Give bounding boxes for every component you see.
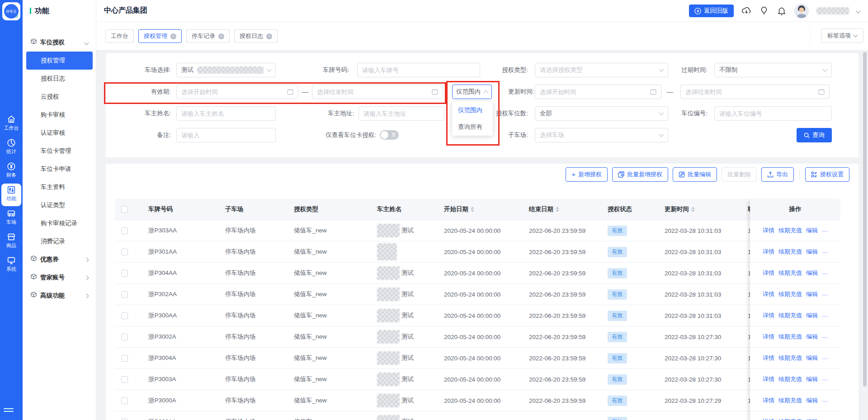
op-link-编辑[interactable]: 编辑 — [806, 290, 818, 298]
op-link-···[interactable]: ··· — [822, 376, 828, 383]
op-link-详情[interactable]: 详情 — [763, 290, 774, 298]
op-link-续期充值[interactable]: 续期充值 — [778, 269, 802, 277]
rail-item-系统[interactable]: 系统 — [0, 254, 23, 277]
op-link-续期充值[interactable]: 续期充值 — [778, 290, 802, 298]
op-link-···[interactable]: ··· — [822, 270, 828, 277]
toolbar-button-批量新增授权[interactable]: 批量新增授权 — [612, 167, 668, 182]
op-link-详情[interactable]: 详情 — [763, 396, 774, 405]
sidebar-item-车位卡管理[interactable]: 车位卡管理 — [23, 142, 96, 160]
op-link-编辑[interactable]: 编辑 — [806, 311, 818, 320]
op-link-···[interactable]: ··· — [822, 397, 828, 404]
op-link-详情[interactable]: 详情 — [763, 354, 774, 362]
user-name-masked[interactable] — [816, 7, 849, 14]
row-checkbox[interactable] — [121, 397, 128, 404]
collapse-menu-icon[interactable] — [4, 406, 14, 414]
close-icon[interactable]: × — [218, 33, 224, 39]
app-logo[interactable]: 停车王 ✓ — [2, 2, 20, 20]
row-checkbox[interactable] — [121, 270, 128, 277]
slot-no-input-wrap[interactable] — [714, 106, 832, 121]
expire-select[interactable]: 不限制 — [714, 63, 832, 77]
toolbar-button-导出[interactable]: 导出 — [761, 167, 794, 182]
sidebar-group-管家账号[interactable]: 管家账号 — [23, 269, 96, 287]
op-link-详情[interactable]: 详情 — [763, 248, 774, 256]
op-link-详情[interactable]: 详情 — [763, 269, 774, 277]
rail-item-功能[interactable]: 功能 — [1, 184, 21, 206]
op-link-续期充值[interactable]: 续期充值 — [778, 418, 802, 420]
sidebar-item-购卡审核记录[interactable]: 购卡审核记录 — [23, 214, 96, 232]
search-button[interactable]: 查询 — [797, 128, 832, 142]
validity-start-date[interactable] — [176, 85, 298, 99]
remark-input[interactable] — [181, 132, 271, 139]
sidebar-item-云授权[interactable]: 云授权 — [23, 88, 96, 106]
sidebar-item-购卡审核[interactable]: 购卡审核 — [23, 106, 96, 124]
select-all-checkbox[interactable] — [121, 206, 128, 213]
rail-item-商品[interactable]: 商品 — [0, 231, 23, 253]
sidebar-group-优惠券[interactable]: 优惠券 — [23, 250, 96, 269]
op-link-编辑[interactable]: 编辑 — [806, 227, 818, 235]
user-avatar[interactable] — [794, 4, 809, 18]
validity-start-input[interactable] — [181, 89, 284, 95]
rail-item-工作台[interactable]: 工作台 — [0, 113, 23, 136]
close-icon[interactable]: × — [266, 33, 272, 39]
update-start-date[interactable] — [535, 85, 661, 99]
op-link-续期充值[interactable]: 续期充值 — [778, 227, 802, 235]
op-link-详情[interactable]: 详情 — [763, 418, 774, 420]
row-checkbox[interactable] — [121, 291, 128, 298]
rail-item-统计[interactable]: 统计 — [0, 137, 23, 159]
scope-option-仅范围内[interactable]: 仅范围内 — [452, 102, 493, 118]
sidebar-item-认证类型[interactable]: 认证类型 — [23, 196, 96, 214]
toolbar-button-批量编辑[interactable]: 批量编辑 — [673, 167, 717, 182]
lightbulb-icon[interactable] — [759, 6, 769, 16]
op-link-详情[interactable]: 详情 — [763, 333, 774, 341]
remark-input-wrap[interactable] — [176, 128, 276, 142]
row-checkbox[interactable] — [121, 227, 128, 234]
sort-icons[interactable] — [556, 207, 559, 212]
validity-end-input[interactable] — [317, 89, 429, 95]
op-link-续期充值[interactable]: 续期充值 — [778, 354, 802, 362]
owner-addr-input[interactable] — [363, 110, 439, 117]
op-link-详情[interactable]: 详情 — [763, 311, 774, 320]
plate-input-wrap[interactable] — [357, 63, 480, 77]
row-checkbox[interactable] — [121, 334, 128, 340]
op-link-编辑[interactable]: 编辑 — [806, 375, 818, 383]
tag-options-button[interactable]: 标签选项 — [821, 28, 863, 43]
op-link-续期充值[interactable]: 续期充值 — [778, 375, 802, 383]
rail-item-财务[interactable]: 财务 — [0, 160, 23, 183]
sidebar-group-高级功能[interactable]: 高级功能 — [23, 287, 96, 305]
sidebar-item-授权日志[interactable]: 授权日志 — [23, 70, 96, 88]
sort-icons[interactable] — [691, 207, 695, 212]
owner-name-input[interactable] — [181, 110, 271, 117]
toolbar-button-新增授权[interactable]: +新增授权 — [566, 167, 608, 182]
validity-end-date[interactable] — [312, 85, 443, 99]
op-link-编辑[interactable]: 编辑 — [806, 418, 818, 420]
tab-授权管理[interactable]: 授权管理× — [138, 29, 182, 43]
sidebar-item-认证审核[interactable]: 认证审核 — [23, 124, 96, 142]
op-link-详情[interactable]: 详情 — [763, 375, 774, 383]
card-only-toggle[interactable]: 关 — [380, 130, 399, 140]
user-menu-chevron-icon[interactable] — [856, 9, 861, 13]
op-link-···[interactable]: ··· — [822, 291, 828, 298]
cloud-download-icon[interactable] — [741, 6, 751, 16]
close-icon[interactable]: × — [170, 33, 176, 39]
sidebar-group-车位授权[interactable]: 车位授权 — [23, 33, 96, 52]
op-link-详情[interactable]: 详情 — [763, 227, 774, 235]
scope-select[interactable]: 仅范围内 — [452, 85, 492, 99]
update-end-date[interactable] — [680, 85, 830, 99]
row-checkbox[interactable] — [121, 355, 128, 362]
sidebar-item-消费记录[interactable]: 消费记录 — [23, 232, 96, 250]
op-link-···[interactable]: ··· — [822, 334, 828, 340]
row-checkbox[interactable] — [121, 376, 128, 383]
op-link-续期充值[interactable]: 续期充值 — [778, 248, 802, 256]
scope-option-查询所有[interactable]: 查询所有 — [452, 118, 493, 135]
op-link-编辑[interactable]: 编辑 — [806, 354, 818, 362]
op-link-···[interactable]: ··· — [822, 227, 828, 234]
op-link-编辑[interactable]: 编辑 — [806, 269, 818, 277]
op-link-编辑[interactable]: 编辑 — [806, 248, 818, 256]
owner-addr-input-wrap[interactable] — [359, 106, 444, 121]
sort-icons[interactable] — [471, 207, 474, 212]
op-link-···[interactable]: ··· — [822, 355, 828, 362]
slot-no-input[interactable] — [719, 110, 827, 117]
tab-停车记录[interactable]: 停车记录× — [186, 29, 230, 43]
row-checkbox[interactable] — [121, 419, 128, 420]
op-link-···[interactable]: ··· — [822, 249, 828, 255]
